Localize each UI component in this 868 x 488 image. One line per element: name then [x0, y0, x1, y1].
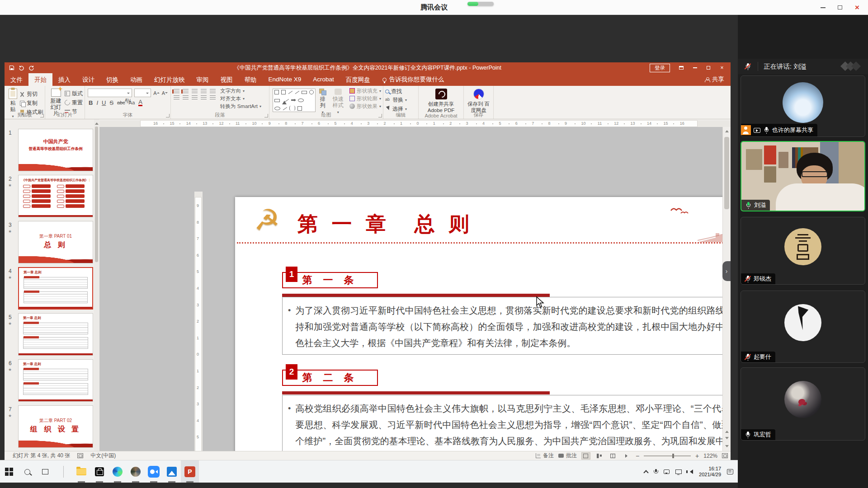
participant-tile-郑锐杰[interactable]: 郑锐杰 — [741, 217, 865, 285]
sidebar-collapse-handle[interactable]: › — [722, 261, 731, 281]
shape-fill-button[interactable]: 形状填充▾ — [349, 88, 381, 94]
shadow-button[interactable]: S — [109, 99, 113, 106]
ribbon-tab-插入[interactable]: 插入 — [52, 73, 76, 86]
canvas-scrollbar[interactable] — [722, 127, 731, 451]
slide-thumbnail-panel[interactable]: 1中国共产党普通高等学校基层组织工作条例2★《中国共产党普通高等学校基层组织工作… — [5, 119, 99, 451]
slide-thumbnail-5[interactable]: 第一章 总则 — [18, 313, 93, 356]
notes-button[interactable]: 备注 — [536, 452, 554, 460]
shapes-gallery[interactable] — [273, 89, 316, 112]
font-name-select[interactable] — [88, 89, 132, 97]
align-center-icon[interactable] — [183, 95, 189, 100]
scroll-down-icon[interactable] — [723, 444, 731, 451]
reset-button[interactable]: 重置 — [65, 99, 83, 107]
columns-icon[interactable] — [210, 95, 216, 100]
thumbnail-scrollbar[interactable] — [94, 119, 99, 451]
ribbon-tab-Acrobat[interactable]: Acrobat — [307, 73, 340, 86]
find-button[interactable]: 查找 — [385, 88, 416, 95]
ppt-minimize-button[interactable] — [688, 62, 702, 73]
participant-tile-起要什[interactable]: 起要什 — [741, 291, 865, 363]
slide-thumbnail-1[interactable]: 中国共产党普通高等学校基层组织工作条例 — [18, 129, 93, 171]
next-slide-icon[interactable] — [723, 436, 731, 443]
dialog-launcher-icon[interactable] — [40, 114, 44, 117]
previous-slide-icon[interactable] — [723, 427, 731, 435]
slideshow-button[interactable] — [622, 452, 631, 460]
comments-button[interactable]: 批注 — [558, 452, 577, 460]
zoom-out-button[interactable]: − — [636, 452, 639, 460]
zoom-in-button[interactable]: + — [695, 452, 699, 460]
taskbar-start[interactable] — [0, 460, 18, 483]
bold-button[interactable]: B — [89, 99, 93, 106]
taskbar-photos[interactable] — [163, 460, 181, 483]
minimize-button[interactable] — [814, 0, 832, 15]
copy-button[interactable]: 复制 — [19, 99, 43, 108]
zoom-slider[interactable] — [644, 455, 691, 456]
ribbon-tab-动画[interactable]: 动画 — [124, 73, 148, 86]
ribbon-tab-开始[interactable]: 开始 — [28, 73, 52, 86]
close-button[interactable]: × — [848, 0, 866, 15]
ribbon-display-options-icon[interactable] — [675, 62, 688, 73]
taskbar-clock[interactable]: 16:17 2021/4/29 — [699, 466, 721, 478]
ribbon-tab-EndNote X9[interactable]: EndNote X9 — [263, 73, 307, 86]
slide-thumbnail-2[interactable]: 《中国共产党普通高等学校基层组织工作条例》 目录 — [18, 175, 93, 217]
ppt-close-button[interactable]: × — [715, 62, 729, 73]
italic-button[interactable]: I — [96, 99, 98, 106]
tray-chat-icon[interactable] — [664, 469, 670, 474]
line-spacing-icon[interactable] — [210, 89, 216, 94]
vertical-ruler[interactable]: 9876543210123456789 — [194, 192, 203, 451]
slide-chapter-title[interactable]: 第 一 章 总 则 — [297, 211, 473, 238]
underline-button[interactable]: U — [102, 99, 106, 106]
participant-tile-也许的屏幕共享[interactable]: 也许的屏幕共享 — [741, 75, 865, 137]
redo-icon[interactable] — [28, 65, 34, 70]
taskbar-powerpoint[interactable]: P — [181, 460, 199, 483]
save-to-baidu-button[interactable]: 保存到 百度网盘 — [466, 88, 491, 115]
taskbar-camera[interactable] — [127, 460, 145, 483]
ribbon-tab-审阅[interactable]: 审阅 — [191, 73, 215, 86]
slide[interactable]: ☭ 第 一 章 总 则 1 第 一 条 — [235, 197, 722, 451]
taskbar-search[interactable] — [18, 460, 36, 483]
scroll-up-icon[interactable] — [723, 127, 731, 134]
strikethrough-button[interactable]: abc — [117, 100, 125, 105]
action-center-icon[interactable] — [727, 469, 733, 474]
participant-tile-巩宏哲[interactable]: 巩宏哲 — [741, 367, 865, 441]
tray-microphone-icon[interactable] — [654, 469, 658, 475]
align-left-icon[interactable] — [174, 95, 179, 100]
section-text-box[interactable]: • 高校党组织必须高举中国特色社会主义伟大旗帜，以马克思列宁主义、毛泽东思想、邓… — [282, 395, 722, 451]
ribbon-tab-设计[interactable]: 设计 — [76, 73, 100, 86]
ribbon-tab-帮助[interactable]: 帮助 — [239, 73, 263, 86]
tray-expand-icon[interactable] — [643, 470, 648, 475]
slide-sorter-view-button[interactable] — [595, 452, 604, 460]
participant-tile-刘溢[interactable]: 刘溢 — [741, 141, 865, 211]
slide-thumbnail-3[interactable]: 第一章 PART 01总 则 — [18, 221, 93, 263]
taskbar-task-view[interactable] — [36, 460, 54, 483]
ribbon-tab-百度网盘[interactable]: 百度网盘 — [340, 73, 376, 86]
shape-effects-button[interactable]: 形状效果▾ — [349, 103, 381, 109]
dialog-launcher-icon[interactable] — [378, 114, 382, 117]
microphone-muted-icon[interactable] — [745, 63, 751, 70]
arrange-button[interactable]: 排列▾ — [317, 88, 328, 115]
font-size-select[interactable] — [134, 89, 151, 97]
font-color-button[interactable]: A — [138, 99, 142, 106]
justify-icon[interactable] — [201, 95, 207, 100]
decrease-font-icon[interactable]: A — [162, 90, 168, 96]
text-direction-button[interactable]: 文字方向▾ — [220, 88, 261, 94]
login-button[interactable]: 登录 — [650, 64, 670, 72]
align-text-button[interactable]: 对齐文本▾ — [220, 95, 261, 102]
scrollbar-thumb[interactable] — [95, 127, 98, 262]
dialog-launcher-icon[interactable] — [166, 114, 170, 117]
tell-me-box[interactable]: 告诉我你想要做什么 — [376, 73, 451, 86]
align-right-icon[interactable] — [192, 95, 198, 100]
display-settings-icon[interactable] — [77, 453, 83, 458]
taskbar-meeting[interactable] — [145, 460, 163, 483]
ppt-restore-button[interactable] — [702, 62, 715, 73]
taskbar-explorer[interactable] — [72, 460, 90, 483]
language-indicator[interactable]: 中文(中国) — [90, 452, 116, 460]
layout-button[interactable]: 版式 — [65, 89, 83, 98]
shape-outline-button[interactable]: 形状轮廓▾ — [349, 95, 381, 102]
ribbon-tab-视图[interactable]: 视图 — [215, 73, 239, 86]
replace-button[interactable]: 替换▾ — [385, 96, 416, 104]
maximize-button[interactable] — [831, 0, 849, 15]
bullets-icon[interactable] — [174, 89, 179, 94]
slide-thumbnail-6[interactable]: 第一章 总则 — [18, 359, 93, 402]
indent-increase-icon[interactable] — [201, 89, 207, 94]
tray-speaker-icon[interactable] — [688, 469, 693, 474]
